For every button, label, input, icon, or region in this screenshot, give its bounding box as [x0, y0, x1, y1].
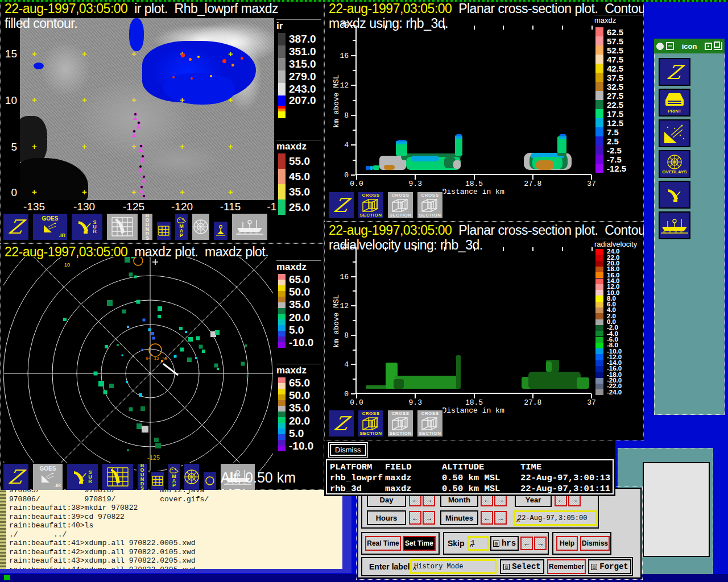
overlays-button[interactable]: OVERLAYS — [659, 150, 690, 178]
real-time-button[interactable]: Real Time — [365, 536, 401, 551]
hours-button[interactable]: Hours — [367, 510, 406, 525]
contour-region — [398, 140, 407, 142]
hours-back-button[interactable]: ← — [409, 511, 421, 525]
zeb-button[interactable]: Z — [2, 213, 30, 241]
label-input[interactable]: History Mode^ — [410, 559, 497, 574]
latlon-grid-cross: + — [131, 189, 136, 195]
skip-input[interactable]: 1^ — [467, 536, 489, 551]
map-button[interactable]: MAP — [174, 213, 189, 241]
x-axis-tick: -125 — [123, 201, 144, 213]
bounds-button[interactable]: BOUNDS — [136, 463, 148, 490]
print-button[interactable]: PRINT — [659, 89, 690, 117]
zeb-z-icon: Z — [7, 217, 25, 236]
platform-marker-icon — [138, 144, 143, 152]
cross-section-button-2[interactable]: CROSSSECTION — [387, 409, 414, 438]
ir-plot-title: 22-aug-1997,03:05:00 ir plot. Rhb_lowprf… — [5, 1, 278, 16]
latlon-grid-cross: + — [131, 97, 136, 103]
popup-dismiss-button[interactable]: Dismiss — [328, 442, 368, 458]
map-button[interactable]: MAP — [167, 463, 181, 490]
buoy-button[interactable] — [213, 221, 229, 241]
terminal-window[interactable]: 970805/ 970818/ mhriz.java970806/ 970819… — [0, 490, 351, 573]
window-restore-icon[interactable] — [714, 42, 722, 50]
goes-ir-button[interactable]: GOES.IR — [32, 463, 64, 490]
contour-region — [366, 166, 370, 170]
arrow-right-icon: → — [497, 496, 504, 504]
satellite-button[interactable] — [659, 119, 690, 147]
contour-region — [536, 160, 553, 170]
grid-icon — [152, 476, 163, 486]
zeb-launcher-button[interactable]: Z — [659, 58, 690, 86]
minutes-back-button[interactable]: ← — [481, 511, 493, 525]
sur-radar-button[interactable]: SUR — [71, 213, 104, 241]
help-button[interactable]: Help — [556, 536, 578, 551]
menu-icon: ▤ — [591, 564, 597, 570]
grid-radar-button[interactable] — [106, 213, 139, 241]
select-button[interactable]: ▤Select — [500, 559, 544, 574]
zeb-button[interactable]: Z — [2, 463, 30, 490]
x-axis-tick: 18.5 — [465, 398, 483, 407]
minutes-forward-button[interactable]: → — [494, 511, 507, 525]
convective-spot — [210, 75, 212, 77]
skip-units-button[interactable]: ▤hrs — [490, 536, 519, 551]
grid-radar-button[interactable] — [101, 463, 134, 490]
svg-text:-125: -125 — [147, 454, 160, 461]
grid-button[interactable] — [150, 471, 165, 490]
cross-section-radialvelocity-window: 22-aug-1997,03:05:00 Planar cross-sectio… — [324, 222, 644, 440]
platform-marker-icon — [131, 130, 136, 137]
timestamp: 22-aug-1997,03:05:00 — [5, 1, 127, 16]
zeb-button[interactable]: Z — [328, 409, 355, 438]
platform-marker-icon — [140, 155, 145, 162]
zeb-button[interactable]: Z — [328, 191, 355, 219]
cross-section-maxdz-window: 22-aug-1997,03:05:00 Planar cross-sectio… — [324, 0, 644, 222]
grid-button[interactable] — [156, 221, 172, 241]
arrow-left-icon: ← — [412, 514, 419, 522]
goes-ir-button[interactable]: GOES.IR — [32, 213, 68, 241]
cross-section-plot-area[interactable] — [355, 26, 592, 175]
cold-cloud-overlay — [34, 63, 44, 69]
circle-button[interactable] — [202, 471, 217, 490]
x-axis-tick: -1 — [267, 201, 277, 213]
mesh-button[interactable] — [191, 213, 210, 241]
ir-satellite-image[interactable]: ++++++++++++++++++++++++ — [20, 18, 274, 200]
time-input[interactable]: 22-Aug-97,3:05:00^ — [514, 510, 597, 526]
cross-section-button-2[interactable]: CROSSSECTION — [387, 191, 414, 219]
skip-forward-button[interactable]: → — [534, 537, 547, 550]
dismiss-button[interactable]: Dismiss — [580, 536, 610, 551]
enter-label: Enter label: — [369, 562, 412, 571]
contour-region — [577, 377, 589, 389]
ship-button[interactable] — [659, 211, 690, 239]
ir-plot-subtitle: filled contour. — [5, 16, 77, 31]
cross-section-button-3[interactable]: CROSSSECTION — [416, 191, 444, 219]
ppi-display[interactable]: 0<-12->010-125 — [3, 257, 273, 473]
skip-back-button[interactable]: ← — [520, 537, 533, 550]
cross-section-cube-icon — [390, 198, 411, 213]
radar-dish-button[interactable] — [659, 181, 690, 209]
convective-spot — [222, 59, 226, 63]
mesh-button[interactable] — [183, 463, 200, 490]
cross-section-button-3[interactable]: CROSSSECTION — [416, 409, 444, 438]
sur-radar-button[interactable]: SUR — [66, 463, 99, 490]
hours-forward-button[interactable]: → — [423, 511, 435, 525]
bounds-button[interactable]: BOUNDS — [141, 213, 154, 241]
terminal-line: ./ ../ — [9, 530, 209, 539]
remember-button[interactable]: Remember — [547, 559, 586, 574]
minutes-button[interactable]: Minutes — [440, 510, 478, 525]
cross-section-button-1[interactable]: CROSSSECTION — [357, 191, 384, 219]
convective-spot — [172, 76, 175, 78]
set-time-button[interactable]: Set Time — [403, 536, 436, 551]
forget-button[interactable]: ▤Forget — [588, 559, 631, 574]
contour-region — [456, 355, 461, 389]
cross-section-plot-area[interactable] — [355, 247, 592, 394]
y-axis-tick: 16 — [336, 52, 349, 60]
platform-marker-icon — [133, 113, 138, 120]
terminal-line: 970805/ 970818/ mhriz.java — [9, 490, 209, 495]
window-circle-icon[interactable] — [656, 43, 664, 50]
contour-region — [453, 160, 461, 169]
time-control-panel: Day ← → Month ← → Year ← → Hours ← → Min… — [357, 488, 642, 579]
cross-section-button-1[interactable]: CROSSSECTION — [357, 409, 384, 438]
window-dot-icon[interactable] — [705, 43, 712, 50]
window-menu-icon[interactable] — [666, 42, 674, 50]
latlon-grid-cross: + — [131, 51, 136, 57]
ship-button[interactable] — [231, 213, 268, 241]
x-axis-tick: 18.5 — [465, 180, 483, 188]
